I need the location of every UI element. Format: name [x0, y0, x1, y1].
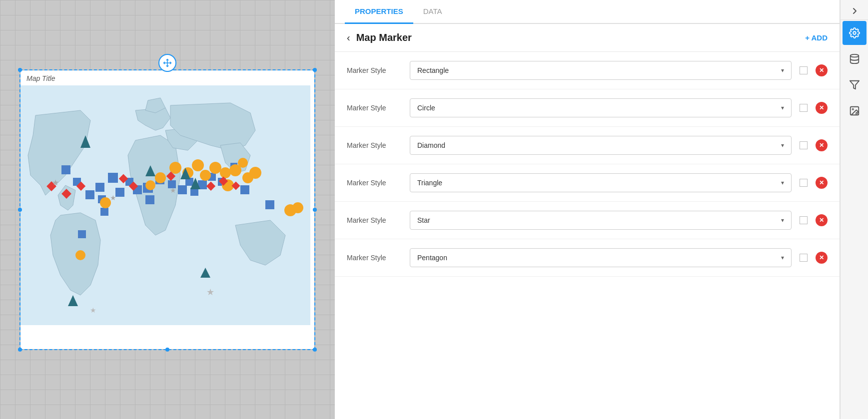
marker-row-0: Marker Style Rectangle ▾ — [335, 52, 840, 89]
svg-marker-64 — [850, 81, 859, 89]
svg-point-36 — [145, 180, 155, 190]
marker-value-5: Pentagon — [417, 254, 447, 262]
svg-rect-11 — [178, 185, 187, 194]
marker-delete-3[interactable] — [816, 177, 828, 189]
marker-dropdown-3[interactable]: Triangle ▾ — [410, 173, 792, 192]
svg-point-32 — [238, 158, 248, 168]
svg-rect-1 — [61, 165, 70, 174]
svg-text:★: ★ — [110, 194, 116, 202]
back-button[interactable]: ‹ — [347, 32, 350, 43]
marker-value-3: Triangle — [417, 179, 442, 187]
marker-rows-container: Marker Style Rectangle ▾ Marker Style Ci… — [335, 52, 840, 419]
chevron-down-icon-0: ▾ — [781, 67, 784, 74]
right-panel: PROPERTIES DATA ‹ Map Marker + ADD Marke… — [335, 0, 868, 419]
marker-value-4: Star — [417, 216, 430, 224]
svg-text:★: ★ — [52, 178, 59, 187]
database-button[interactable] — [843, 47, 867, 71]
marker-row-5: Marker Style Pentagon ▾ — [335, 239, 840, 277]
chevron-down-icon-5: ▾ — [781, 254, 784, 261]
map-title: Map Title — [26, 74, 55, 82]
svg-point-30 — [220, 167, 231, 178]
svg-point-41 — [75, 250, 85, 260]
marker-checkbox-1[interactable] — [800, 104, 808, 112]
svg-rect-5 — [115, 188, 124, 197]
map-box: Map Title — [20, 70, 315, 350]
map-svg: ★ ★ ★ ★ ★ — [20, 85, 314, 349]
svg-point-27 — [192, 159, 204, 171]
svg-point-35 — [155, 172, 166, 183]
chevron-down-icon-1: ▾ — [781, 104, 784, 111]
marker-row-3: Marker Style Triangle ▾ — [335, 164, 840, 202]
panel-header: ‹ Map Marker + ADD — [335, 24, 840, 52]
marker-dropdown-4[interactable]: Star ▾ — [410, 211, 792, 230]
image-settings-button[interactable] — [843, 99, 867, 123]
marker-dropdown-1[interactable]: Circle ▾ — [410, 98, 792, 117]
marker-checkbox-2[interactable] — [800, 141, 808, 149]
svg-text:★: ★ — [90, 306, 96, 314]
marker-dropdown-5[interactable]: Pentagon ▾ — [410, 248, 792, 267]
tab-data[interactable]: DATA — [413, 0, 452, 24]
svg-point-66 — [852, 108, 854, 110]
settings-button[interactable] — [843, 21, 867, 45]
properties-panel: PROPERTIES DATA ‹ Map Marker + ADD Marke… — [335, 0, 840, 419]
svg-rect-22 — [78, 230, 86, 238]
selection-dot-tl[interactable] — [18, 68, 22, 72]
marker-value-0: Rectangle — [417, 66, 449, 74]
marker-row-1: Marker Style Circle ▾ — [335, 89, 840, 127]
marker-value-2: Diamond — [417, 141, 445, 149]
marker-label-5: Marker Style — [347, 254, 402, 262]
map-widget-container: Map Title — [20, 70, 315, 350]
marker-value-1: Circle — [417, 104, 435, 112]
svg-rect-3 — [95, 183, 104, 192]
marker-delete-0[interactable] — [816, 64, 828, 76]
svg-point-40 — [292, 202, 303, 213]
chevron-down-icon-3: ▾ — [781, 179, 784, 186]
svg-rect-16 — [85, 190, 94, 199]
sidebar-icons — [840, 0, 868, 419]
canvas-area: Map Title — [0, 0, 335, 419]
tab-properties[interactable]: PROPERTIES — [345, 0, 413, 24]
marker-checkbox-4[interactable] — [800, 216, 808, 224]
marker-checkbox-3[interactable] — [800, 179, 808, 187]
marker-row-2: Marker Style Diamond ▾ — [335, 127, 840, 164]
selection-dot-ml[interactable] — [18, 208, 22, 212]
svg-rect-18 — [145, 195, 154, 204]
svg-rect-4 — [108, 173, 118, 183]
svg-point-34 — [249, 167, 261, 179]
marker-label-1: Marker Style — [347, 104, 402, 112]
marker-label-4: Marker Style — [347, 216, 402, 224]
selection-dot-br[interactable] — [313, 348, 317, 352]
svg-rect-21 — [265, 200, 274, 209]
marker-delete-2[interactable] — [816, 139, 828, 151]
marker-dropdown-2[interactable]: Diamond ▾ — [410, 136, 792, 155]
svg-point-28 — [200, 170, 211, 181]
marker-label-3: Marker Style — [347, 179, 402, 187]
svg-text:★: ★ — [170, 186, 176, 194]
selection-dot-bc[interactable] — [165, 348, 169, 352]
tabs: PROPERTIES DATA — [335, 0, 840, 24]
svg-rect-20 — [240, 185, 249, 194]
nav-arrow-button[interactable] — [841, 2, 868, 20]
marker-label-2: Marker Style — [347, 141, 402, 149]
chevron-down-icon-4: ▾ — [781, 217, 784, 224]
marker-dropdown-0[interactable]: Rectangle ▾ — [410, 61, 792, 80]
marker-delete-5[interactable] — [816, 252, 828, 264]
svg-point-29 — [209, 162, 221, 174]
filter-button[interactable] — [843, 73, 867, 97]
move-handle[interactable] — [158, 54, 176, 72]
selection-dot-tr[interactable] — [313, 68, 317, 72]
selection-dot-bl[interactable] — [18, 348, 22, 352]
add-button[interactable]: + ADD — [805, 33, 828, 42]
svg-point-63 — [850, 54, 859, 57]
marker-delete-1[interactable] — [816, 102, 828, 114]
marker-checkbox-0[interactable] — [800, 66, 808, 74]
marker-label-0: Marker Style — [347, 66, 402, 74]
marker-delete-4[interactable] — [816, 214, 828, 226]
chevron-down-icon-2: ▾ — [781, 142, 784, 149]
svg-rect-23 — [100, 208, 108, 216]
svg-text:★: ★ — [206, 287, 214, 297]
marker-checkbox-5[interactable] — [800, 254, 808, 262]
svg-point-62 — [853, 31, 856, 34]
panel-title: Map Marker — [356, 32, 805, 43]
selection-dot-mr[interactable] — [313, 208, 317, 212]
